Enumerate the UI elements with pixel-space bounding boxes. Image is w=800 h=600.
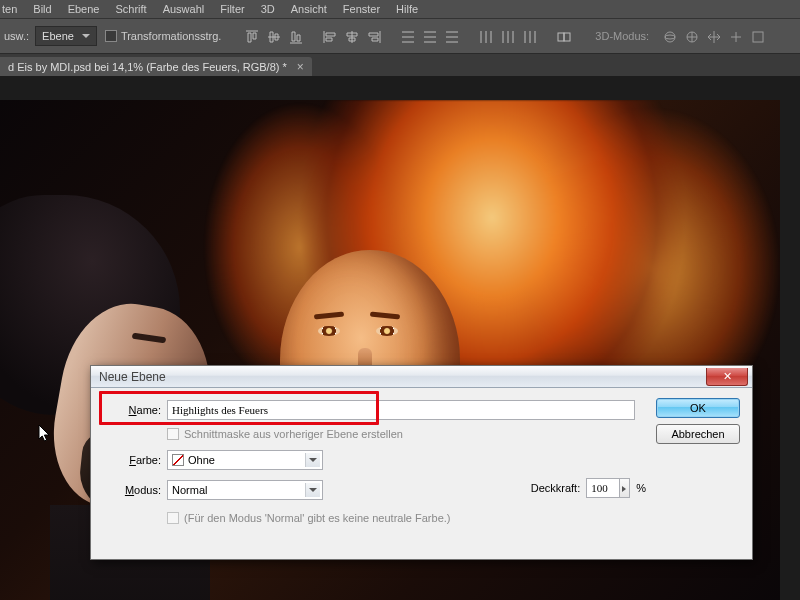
menu-item[interactable]: Ansicht: [291, 3, 327, 15]
menu-bar: ten Bild Ebene Schrift Auswahl Filter 3D…: [0, 0, 800, 18]
menu-item[interactable]: Fenster: [343, 3, 380, 15]
dialog-titlebar[interactable]: Neue Ebene ✕: [91, 366, 752, 388]
svg-rect-5: [753, 32, 763, 42]
options-bar: usw.: Ebene Transformationsstrg. 3D-Modu…: [0, 18, 800, 54]
dialog-body: OK Abbrechen Name: Schnittmaske aus vorh…: [91, 388, 752, 532]
align-bottom-icon[interactable]: [285, 26, 305, 46]
menu-item[interactable]: ten: [2, 3, 17, 15]
name-label: Name:: [101, 404, 161, 416]
auto-align-icon[interactable]: [553, 26, 573, 46]
close-tab-icon[interactable]: ×: [297, 61, 304, 73]
name-row: Name:: [101, 400, 742, 420]
auto-align-group: [553, 26, 573, 46]
opacity-flyout-button[interactable]: [619, 478, 630, 498]
menu-item[interactable]: Bild: [33, 3, 51, 15]
dialog-title: Neue Ebene: [99, 370, 166, 384]
orbit-icon[interactable]: [659, 26, 679, 46]
svg-point-2: [665, 32, 675, 42]
ok-button[interactable]: OK: [656, 398, 740, 418]
opacity-row: Deckkraft: %: [531, 478, 646, 498]
roll-icon[interactable]: [681, 26, 701, 46]
color-value: Ohne: [188, 454, 215, 466]
align-group-1: [241, 26, 305, 46]
auto-select-dropdown[interactable]: Ebene: [35, 26, 97, 46]
menu-item[interactable]: Filter: [220, 3, 244, 15]
close-icon: ✕: [723, 370, 732, 383]
opacity-unit: %: [636, 482, 646, 494]
dialog-close-button[interactable]: ✕: [706, 368, 748, 386]
blendmode-value: Normal: [172, 484, 207, 496]
color-label: Farbe:: [101, 454, 161, 466]
slide-icon[interactable]: [725, 26, 745, 46]
photoshop-app: ten Bild Ebene Schrift Auswahl Filter 3D…: [0, 0, 800, 600]
none-swatch-icon: [172, 454, 184, 466]
mouse-cursor-icon: [38, 424, 52, 444]
document-tab[interactable]: d Eis by MDI.psd bei 14,1% (Farbe des Fe…: [0, 57, 312, 76]
document-tab-bar: d Eis by MDI.psd bei 14,1% (Farbe des Fe…: [0, 54, 800, 76]
distribute-group-2: [475, 26, 539, 46]
layer-name-input[interactable]: [167, 400, 635, 420]
pan-icon[interactable]: [703, 26, 723, 46]
document-tab-title: d Eis by MDI.psd bei 14,1% (Farbe des Fe…: [8, 61, 287, 73]
svg-rect-1: [564, 33, 570, 41]
mode3d-group: [659, 26, 767, 46]
clipmask-label: Schnittmaske aus vorheriger Ebene erstel…: [184, 428, 403, 440]
opacity-input[interactable]: [586, 478, 620, 498]
dropdown-arrow-icon: [305, 483, 320, 497]
transform-controls-checkbox[interactable]: [105, 30, 117, 42]
distribute-top-icon[interactable]: [397, 26, 417, 46]
menu-item[interactable]: Auswahl: [163, 3, 205, 15]
distribute-group-1: [397, 26, 461, 46]
neutral-row: (Für den Modus 'Normal' gibt es keine ne…: [167, 512, 742, 524]
menu-item[interactable]: Schrift: [115, 3, 146, 15]
neutral-checkbox: [167, 512, 179, 524]
neutral-label: (Für den Modus 'Normal' gibt es keine ne…: [184, 512, 451, 524]
align-hcenter-icon[interactable]: [341, 26, 361, 46]
menu-item[interactable]: 3D: [261, 3, 275, 15]
clipmask-checkbox[interactable]: [167, 428, 179, 440]
transform-controls-label: Transformationsstrg.: [121, 30, 221, 42]
mode3d-label: 3D-Modus:: [595, 30, 649, 42]
align-group-2: [319, 26, 383, 46]
scale-icon[interactable]: [747, 26, 767, 46]
align-left-icon[interactable]: [319, 26, 339, 46]
cancel-button[interactable]: Abbrechen: [656, 424, 740, 444]
distribute-left-icon[interactable]: [475, 26, 495, 46]
color-row: Farbe: Ohne: [101, 450, 742, 470]
opacity-label: Deckkraft:: [531, 482, 581, 494]
dialog-button-column: OK Abbrechen: [656, 398, 740, 444]
align-vcenter-icon[interactable]: [263, 26, 283, 46]
dropdown-arrow-icon: [305, 453, 320, 467]
distribute-right-icon[interactable]: [519, 26, 539, 46]
blendmode-dropdown[interactable]: Normal: [167, 480, 323, 500]
options-label: usw.:: [4, 30, 29, 42]
distribute-bottom-icon[interactable]: [441, 26, 461, 46]
menu-item[interactable]: Hilfe: [396, 3, 418, 15]
svg-rect-0: [558, 33, 564, 41]
align-top-icon[interactable]: [241, 26, 261, 46]
color-dropdown[interactable]: Ohne: [167, 450, 323, 470]
new-layer-dialog: Neue Ebene ✕ OK Abbrechen Name: Schnittm…: [90, 365, 753, 560]
svg-point-3: [665, 35, 675, 39]
menu-item[interactable]: Ebene: [68, 3, 100, 15]
distribute-hcenter-icon[interactable]: [497, 26, 517, 46]
distribute-vcenter-icon[interactable]: [419, 26, 439, 46]
mode-label: Modus:: [101, 484, 161, 496]
align-right-icon[interactable]: [363, 26, 383, 46]
